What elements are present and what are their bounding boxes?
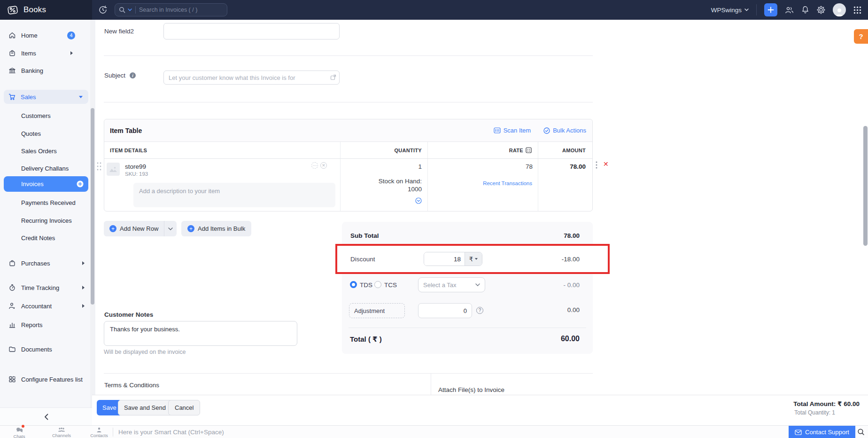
cancel-button[interactable]: Cancel [168,400,200,415]
drag-handle[interactable] [96,162,102,171]
bulk-actions-button[interactable]: Bulk Actions [543,127,586,134]
chevron-right-icon [70,51,73,55]
sidebar-item-label: Recurring Invoices [21,217,72,224]
scan-item-button[interactable]: Scan Item [494,127,531,134]
chevron-right-icon [82,304,85,308]
item-table-column-headers: ITEM DETAILS QUANTITY RATE AMOUNT [104,142,592,159]
rate-value[interactable]: 78 [526,163,533,170]
item-name[interactable]: store99 [125,163,146,170]
settings-gear-icon[interactable] [817,6,825,14]
recent-transactions-link[interactable]: Recent Transactions [483,180,532,186]
add-items-in-bulk-button[interactable]: + Add Items in Bulk [181,221,251,236]
sidebar-item-purchases[interactable]: Purchases [0,257,92,269]
column-rate: RATE [428,142,538,158]
expand-editor-icon[interactable] [330,74,336,80]
sidebar-item-delivery-challans[interactable]: Delivery Challans [0,163,92,173]
search-scope-chevron-icon[interactable] [128,8,132,11]
help-tab[interactable]: ? [854,29,868,44]
subject-input[interactable] [163,70,340,85]
adjustment-input[interactable] [418,303,472,318]
sidebar-collapse-button[interactable] [0,407,92,425]
sidebar-item-banking[interactable]: Banking [0,64,92,77]
discount-type-dropdown[interactable]: ₹ [465,252,482,266]
contact-support-button[interactable]: Contact Support [789,426,855,438]
customer-notes-label: Customer Notes [104,311,153,318]
history-icon[interactable] [98,5,108,15]
column-quantity: QUANTITY [341,142,428,158]
search-icon[interactable] [119,7,125,13]
sidebar-item-label: Invoices [21,180,44,188]
item-options-icon[interactable]: ⋯ [311,162,318,169]
chat-tab-chats[interactable]: Chats [9,426,29,438]
sidebar-item-reports[interactable]: Reports [0,319,92,331]
users-icon[interactable] [785,6,794,14]
sidebar-item-payments-received[interactable]: Payments Received [0,197,92,208]
home-icon [8,31,16,39]
sidebar-item-sales[interactable]: Sales [4,90,88,104]
new-invoice-plus-icon[interactable] [77,180,84,188]
app-logo[interactable]: Books [0,0,92,20]
notifications-icon[interactable] [801,6,809,14]
save-and-send-button[interactable]: Save and Send [118,400,171,415]
discount-input[interactable] [424,252,465,266]
quantity-more-icon[interactable] [415,197,422,204]
chat-search-icon[interactable] [857,428,865,436]
sidebar-item-home[interactable]: Home 4 [0,29,92,41]
clear-item-icon[interactable]: ✕ [320,162,327,169]
sidebar-item-label: Time Tracking [21,284,59,291]
new-field2-input[interactable] [163,23,340,39]
contacts-icon [88,427,110,433]
adjustment-help-icon[interactable]: ? [476,307,483,314]
add-new-row-button[interactable]: + Add New Row [104,221,164,236]
terms-conditions-label: Terms & Conditions [104,382,159,389]
item-description-input[interactable]: Add a description to your item [133,183,335,207]
sidebar-item-label: Delivery Challans [21,165,69,172]
quantity-value[interactable]: 1 [418,163,422,170]
search-divider [135,6,136,14]
adjustment-field[interactable]: Adjustment [349,303,405,318]
delete-row-icon[interactable]: ✕ [603,160,609,168]
apps-grid-icon[interactable] [853,6,861,14]
sidebar-item-configure-features[interactable]: Configure Features list [0,373,92,385]
smart-chat-input[interactable] [118,426,400,438]
item-table-header: Item Table Scan Item Bulk Actions [104,119,592,142]
customer-notes-input[interactable]: Thanks for your business. [104,321,297,346]
chat-tab-channels[interactable]: Channels [48,426,75,438]
subject-label: Subject [104,72,125,79]
sidebar-item-sales-orders[interactable]: Sales Orders [0,146,92,156]
sidebar-item-items[interactable]: Items [0,47,92,59]
app-name: Books [23,5,46,15]
sidebar-item-label: Banking [21,67,43,74]
search-input[interactable] [139,7,223,13]
sidebar-item-accountant[interactable]: Accountant [0,300,92,312]
books-app: Books WPSwings [0,0,868,438]
total-label: Total ( ₹ ) [350,335,382,344]
sidebar-item-label: Quotes [21,130,41,137]
footer-total-amount: Total Amount: ₹ 60.00 [793,400,860,407]
sidebar-item-label: Sales [21,94,36,101]
invoice-form: New field2 Subject i Item Table [92,20,868,395]
add-row-dropdown-button[interactable] [164,221,177,236]
bottom-action-bar: Save Save and Send Cancel Total Amount: … [92,395,868,425]
quick-create-button[interactable] [764,3,777,16]
sidebar-item-time-tracking[interactable]: Time Tracking [0,282,92,294]
page-scrollbar-thumb[interactable] [863,126,868,246]
sidebar-item-invoices-active[interactable]: Invoices [4,176,88,192]
org-switcher[interactable]: WPSwings [711,7,749,14]
sidebar-item-documents[interactable]: Documents [0,343,92,355]
sidebar-item-customers[interactable]: Customers [0,110,92,121]
tcs-radio[interactable] [374,281,381,288]
tax-select[interactable]: Select a Tax [418,277,485,292]
user-avatar[interactable] [833,3,846,16]
sidebar-item-recurring-invoices[interactable]: Recurring Invoices [0,215,92,226]
global-search [115,3,227,16]
add-new-row-button-group: + Add New Row [104,221,177,236]
item-row: store99 SKU: 193 ⋯ ✕ Add a description t… [104,159,592,211]
row-more-actions-icon[interactable] [596,161,597,169]
tds-radio[interactable] [350,281,357,288]
chat-tab-contacts[interactable]: Contacts [88,426,110,438]
sidebar-item-credit-notes[interactable]: Credit Notes [0,233,92,243]
rate-settings-icon[interactable] [526,147,532,153]
sidebar-item-quotes[interactable]: Quotes [0,128,92,139]
sidebar-scrollbar-thumb[interactable] [91,108,94,305]
